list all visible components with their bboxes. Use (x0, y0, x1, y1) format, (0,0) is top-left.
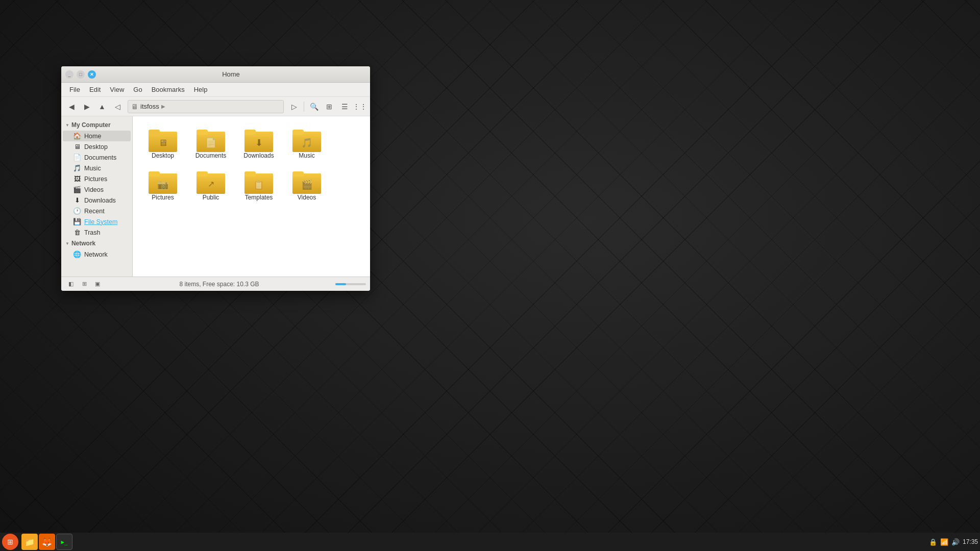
sidebar-item-videos[interactable]: 🎬 Videos (63, 184, 131, 195)
network-icon: 🌐 (73, 251, 81, 258)
menu-go[interactable]: Go (129, 84, 146, 95)
network-status-icon[interactable]: 📶 (940, 538, 948, 546)
zoom-slider[interactable] (335, 283, 366, 285)
toggle-properties-button[interactable]: ▣ (92, 279, 103, 290)
file-item-downloads[interactable]: ⬇ Downloads (236, 123, 282, 163)
file-name-pictures: Pictures (152, 194, 174, 201)
sidebar-item-filesystem[interactable]: 💾 File System (63, 216, 131, 227)
location-bar: 🖥 itsfoss ▶ (128, 100, 284, 113)
file-item-desktop[interactable]: 🖥 Desktop (140, 123, 186, 163)
file-item-pictures[interactable]: 📷 Pictures (140, 165, 186, 205)
location-text: itsfoss (140, 103, 159, 110)
system-clock: 17:35 (963, 538, 978, 545)
file-item-music[interactable]: 🎵 Music (284, 123, 330, 163)
svg-rect-30 (292, 171, 304, 177)
sidebar-item-pictures[interactable]: 🖼 Pictures (63, 173, 131, 184)
sidebar-section-mycomputer[interactable]: ▼ My Computer (61, 119, 132, 131)
sidebar: ▼ My Computer 🏠 Home 🖥 Desktop 📄 Documen… (61, 116, 133, 277)
launcher-button[interactable]: ⊞ (2, 534, 18, 550)
up-button[interactable]: ▲ (95, 99, 109, 114)
file-grid: 🖥 Desktop (133, 116, 370, 277)
sidebar-item-downloads[interactable]: ⬇ Downloads (63, 195, 131, 206)
documents-label: Documents (84, 154, 116, 161)
filesystem-icon: 💾 (73, 218, 81, 226)
mycomputer-label: My Computer (71, 121, 111, 129)
file-item-videos[interactable]: 🎬 Videos (284, 165, 330, 205)
svg-rect-6 (197, 130, 208, 135)
icon-view-button[interactable]: ⊞ (322, 99, 336, 114)
network-label: Network (84, 251, 108, 258)
sidebar-item-network[interactable]: 🌐 Network (63, 249, 131, 260)
folder-icon-downloads: ⬇ (244, 128, 273, 152)
file-item-public[interactable]: ↗ Public (188, 165, 234, 205)
sidebar-item-home[interactable]: 🏠 Home (63, 131, 131, 141)
menu-help[interactable]: Help (190, 84, 212, 95)
zoom-fill (335, 283, 346, 285)
folder-icon-desktop: 🖥 (149, 128, 177, 152)
desktop-icon: 🖥 (73, 143, 81, 151)
minimize-button[interactable]: _ (65, 70, 74, 79)
pictures-label: Pictures (84, 176, 107, 183)
titlebar: _ □ ✕ Home (61, 66, 370, 83)
menu-view[interactable]: View (106, 84, 128, 95)
location-drive-icon: 🖥 (131, 103, 138, 111)
file-item-templates[interactable]: 📋 Templates (236, 165, 282, 205)
toolbar-separator-1 (304, 102, 304, 112)
taskbar-files-app[interactable]: 📁 (21, 534, 38, 550)
back-button[interactable]: ◀ (64, 99, 79, 114)
taskbar-firefox-app[interactable]: 🦊 (39, 534, 55, 550)
menu-bookmarks[interactable]: Bookmarks (148, 84, 189, 95)
file-manager-window: _ □ ✕ Home File Edit View Go Bookmarks H… (61, 66, 370, 291)
maximize-button[interactable]: □ (77, 70, 85, 79)
recent-icon: 🕐 (73, 207, 81, 215)
compact-view-button[interactable]: ⋮⋮ (353, 99, 367, 114)
folder-icon-pictures: 📷 (149, 169, 177, 194)
toolbar: ◀ ▶ ▲ ◁ 🖥 itsfoss ▶ ▷ 🔍 ⊞ ☰ ⋮⋮ (61, 97, 370, 116)
thumbnail-size-button[interactable]: ⊞ (79, 279, 90, 290)
window-controls: _ □ ✕ (65, 70, 96, 79)
prev-pane-button[interactable]: ◁ (110, 99, 125, 114)
file-name-music: Music (299, 152, 314, 159)
file-name-videos: Videos (298, 194, 316, 201)
sidebar-item-desktop[interactable]: 🖥 Desktop (63, 141, 131, 152)
svg-text:⬇: ⬇ (255, 138, 263, 148)
sidebar-item-recent[interactable]: 🕐 Recent (63, 206, 131, 216)
statusbar-left-controls: ◧ ⊞ ▣ (65, 279, 103, 290)
file-item-documents[interactable]: 📄 Documents (188, 123, 234, 163)
list-view-button[interactable]: ☰ (337, 99, 352, 114)
documents-icon: 📄 (73, 154, 81, 161)
svg-rect-26 (244, 171, 256, 177)
search-button[interactable]: 🔍 (307, 99, 321, 114)
folder-icon-videos: 🎬 (292, 169, 321, 194)
trash-label: Trash (84, 229, 101, 236)
svg-text:📋: 📋 (254, 180, 264, 190)
svg-text:📄: 📄 (205, 137, 217, 148)
taskbar-right-area: 🔒 📶 🔊 17:35 (929, 538, 978, 546)
sidebar-section-network[interactable]: ▼ Network (61, 238, 132, 249)
close-button[interactable]: ✕ (88, 70, 96, 79)
home-icon: 🏠 (73, 132, 81, 140)
taskbar-terminal-app[interactable]: ▶_ (56, 534, 72, 550)
lock-icon[interactable]: 🔒 (929, 538, 937, 546)
svg-rect-22 (197, 171, 208, 177)
sidebar-item-trash[interactable]: 🗑 Trash (63, 227, 131, 238)
volume-icon[interactable]: 🔊 (951, 538, 960, 546)
folder-icon-music: 🎵 (292, 128, 321, 152)
svg-rect-14 (292, 130, 304, 135)
network-section-arrow-icon: ▼ (65, 241, 69, 246)
location-arrow-icon: ▶ (161, 104, 165, 109)
menu-edit[interactable]: Edit (85, 84, 105, 95)
sidebar-item-music[interactable]: 🎵 Music (63, 163, 131, 173)
sidebar-item-documents[interactable]: 📄 Documents (63, 152, 131, 163)
toggle-sidebar-button[interactable]: ◧ (65, 279, 77, 290)
svg-rect-18 (149, 171, 160, 177)
filesystem-label: File System (84, 218, 117, 226)
file-name-downloads: Downloads (243, 152, 274, 159)
downloads-label: Downloads (84, 197, 116, 204)
menu-file[interactable]: File (65, 84, 84, 95)
file-name-templates: Templates (245, 194, 273, 201)
menubar: File Edit View Go Bookmarks Help (61, 83, 370, 97)
next-pane-button[interactable]: ▷ (287, 99, 301, 114)
mycomputer-arrow-icon: ▼ (65, 123, 69, 128)
forward-button[interactable]: ▶ (80, 99, 94, 114)
